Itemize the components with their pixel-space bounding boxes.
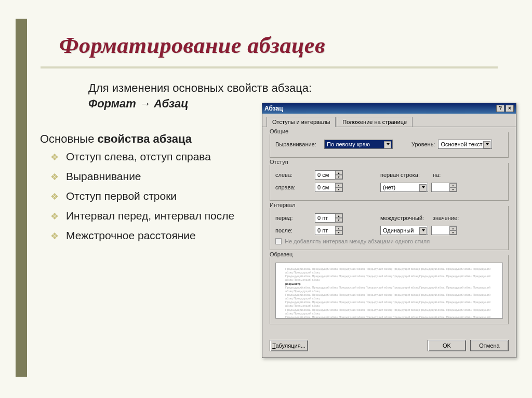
dialog-tabs: Отступы и интервалы Положение на страниц… <box>262 114 516 127</box>
props-list: Отступ слева, отступ справа Выравнивание… <box>50 150 234 249</box>
list-item: Выравнивание <box>50 170 234 183</box>
path-paragraph: Абзац <box>154 97 188 110</box>
accent-bar <box>16 19 27 377</box>
title-underline <box>41 66 498 68</box>
checkbox-label: Не добавлять интервал между абзацами одн… <box>285 238 430 244</box>
tabs-button[interactable]: Табуляция... <box>270 340 308 351</box>
tab-page-position[interactable]: Положение на странице <box>337 117 413 127</box>
label-right: справа: <box>275 184 312 190</box>
dialog-button-row: Табуляция... OK Отмена <box>262 336 516 358</box>
label-value: значение: <box>433 215 459 221</box>
alignment-dropdown[interactable]: По левому краю <box>324 140 393 149</box>
spacing-after-input[interactable]: 0 пт▲▼ <box>315 226 343 235</box>
paragraph-dialog: Абзац ? × Отступы и интервалы Положение … <box>262 103 516 358</box>
group-indent: слева: 0 см▲▼ первая строка: на: справа:… <box>270 163 509 201</box>
dialog-title: Абзац <box>264 105 283 112</box>
group-spacing: перед: 0 пт▲▼ междустрочный: значение: п… <box>270 206 509 250</box>
line-spacing-value-input[interactable]: ▲▼ <box>431 226 457 235</box>
list-item: Отступ первой строки <box>50 190 234 202</box>
path-format: Формат <box>88 97 136 110</box>
close-button[interactable]: × <box>506 105 514 112</box>
label-alignment: Выравнивание: <box>275 141 321 147</box>
label-left: слева: <box>275 172 312 178</box>
indent-right-input[interactable]: 0 см▲▼ <box>315 183 343 192</box>
ok-button[interactable]: OK <box>428 340 466 351</box>
tab-indents[interactable]: Отступы и интервалы <box>267 117 336 127</box>
dialog-titlebar[interactable]: Абзац ? × <box>262 103 516 114</box>
label-by: на: <box>433 172 441 178</box>
subtitle-line1: Для изменения основных свойств абзаца: <box>88 81 312 94</box>
label-first-line: первая строка: <box>380 172 430 178</box>
preview-box: Предыдущий абзац Предыдущий абзац Предыд… <box>275 263 503 319</box>
list-item: Межстрочное расстояние <box>50 229 234 242</box>
label-before: перед: <box>275 215 312 221</box>
list-item: Интервал перед, интервал после <box>50 210 234 222</box>
list-item: Отступ слева, отступ справа <box>50 150 234 163</box>
cancel-button[interactable]: Отмена <box>470 340 509 351</box>
slide-title: Форматирование абзацев <box>59 32 325 59</box>
spacing-before-input[interactable]: 0 пт▲▼ <box>315 213 343 223</box>
help-button[interactable]: ? <box>496 105 504 112</box>
label-level: Уровень: <box>411 141 435 147</box>
label-line-spacing: междустрочный: <box>380 215 430 221</box>
group-general: Выравнивание: По левому краю Уровень: Ос… <box>270 132 509 158</box>
props-heading: Основные свойства абзаца <box>40 132 192 146</box>
line-spacing-dropdown[interactable]: Одинарный <box>380 226 428 235</box>
level-dropdown[interactable]: Основной текст <box>438 140 492 149</box>
first-line-by-input[interactable]: ▲▼ <box>431 183 457 192</box>
no-space-same-style-checkbox[interactable] <box>275 238 282 244</box>
label-after: после: <box>275 227 312 234</box>
first-line-dropdown[interactable]: (нет) <box>380 183 428 192</box>
group-preview: Предыдущий абзац Предыдущий абзац Предыд… <box>270 255 509 324</box>
indent-left-input[interactable]: 0 см▲▼ <box>315 170 343 180</box>
